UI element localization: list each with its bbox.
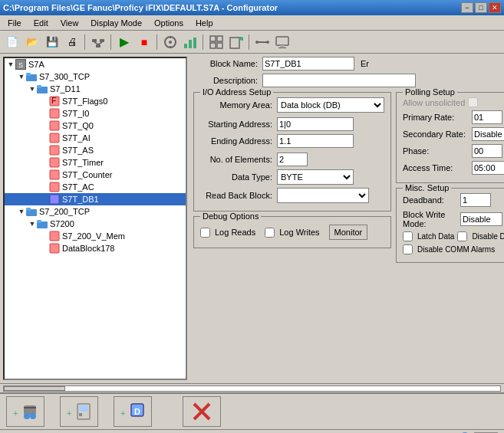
add-device-button[interactable]: + (60, 396, 98, 427)
tree-item-s7a[interactable]: ▼ S S7A (5, 58, 186, 71)
io-address-title: I/O Address Setup (200, 87, 273, 97)
add-block-button[interactable]: + D (114, 396, 152, 427)
tree-item-db1[interactable]: S7T_DB1 (5, 193, 186, 205)
connect-button[interactable] (253, 34, 272, 51)
starting-address-input[interactable] (277, 117, 354, 131)
tree-item-s7200[interactable]: ▼ S7200 (5, 218, 186, 230)
two-col-layout: I/O Address Setup Memory Area: Data bloc… (193, 92, 501, 267)
toolbar-sep-4 (203, 34, 204, 50)
log-writes-checkbox[interactable] (265, 228, 275, 238)
disable-comm-alarms-label[interactable]: Disable COMM Alarms (403, 244, 495, 254)
tree-item-q0[interactable]: S7T_Q0 (5, 120, 186, 132)
open-button[interactable]: 📂 (23, 34, 41, 51)
monitor-button[interactable]: Monitor (329, 225, 368, 240)
tree-label-ac: S7T_AC (62, 182, 94, 192)
tree-item-s7300tcp[interactable]: ▼ S7_300_TCP (5, 71, 186, 83)
expand-s7200tcp[interactable]: ▼ (17, 207, 26, 216)
log-writes-label[interactable]: Log Writes (265, 228, 319, 238)
stop-button[interactable]: ■ (135, 34, 153, 51)
data-type-select[interactable]: BYTE WORD DWORD INT (277, 169, 354, 185)
log-reads-label[interactable]: Log Reads (200, 228, 255, 238)
primary-rate-input[interactable] (472, 110, 502, 124)
tree-item-counter[interactable]: S7T_Counter (5, 169, 186, 181)
phase-input[interactable] (472, 144, 502, 158)
tree-item-as[interactable]: S7T_AS (5, 144, 186, 156)
block-write-mode-input[interactable] (460, 212, 502, 226)
tree-label-timer: S7T_Timer (62, 158, 104, 167)
expand-s7a[interactable]: ▼ (6, 60, 15, 69)
no-of-elements-input[interactable] (277, 153, 308, 166)
tree-item-datablock178[interactable]: DataBlock178 (5, 242, 186, 254)
disable-du-checkbox[interactable] (457, 231, 467, 241)
monitor-toolbar-button[interactable] (273, 34, 292, 51)
menu-file[interactable]: File (2, 17, 28, 29)
maximize-button[interactable]: □ (475, 2, 487, 13)
run-button[interactable]: ▶ (115, 34, 133, 51)
menu-view[interactable]: View (54, 17, 85, 29)
access-time-input[interactable] (472, 161, 504, 175)
secondary-rate-input[interactable] (472, 127, 504, 141)
ending-address-input[interactable] (277, 134, 354, 148)
print-button[interactable]: 🖨 (63, 34, 81, 51)
block-name-input[interactable] (262, 57, 354, 71)
close-button[interactable]: ✕ (489, 2, 501, 13)
network-button[interactable] (89, 34, 107, 51)
tree-item-ai[interactable]: S7T_AI (5, 132, 186, 144)
description-row: Description: (193, 74, 501, 87)
add-server-icon: + (12, 398, 39, 425)
secondary-rate-row: Secondary Rate: (403, 127, 504, 141)
expand-s7d11[interactable]: ▼ (28, 84, 37, 93)
export-button[interactable] (227, 34, 245, 51)
title-buttons: − □ ✕ (461, 2, 501, 13)
expand-s7200[interactable]: ▼ (28, 219, 37, 228)
block-icon-db1 (49, 194, 60, 205)
tree-item-s7d11[interactable]: ▼ S7_D11 (5, 83, 186, 95)
export-icon (229, 34, 244, 50)
no-of-elements-label: No. of Elements: (200, 155, 277, 164)
menu-display-mode[interactable]: Display Mode (84, 17, 148, 29)
tree-item-vmem[interactable]: S7_200_V_Mem (5, 230, 186, 242)
allow-unsolicited-checkbox[interactable] (468, 97, 478, 107)
read-back-block-select[interactable] (277, 188, 369, 203)
new-button[interactable]: 📄 (3, 34, 21, 51)
expand-s7300tcp[interactable]: ▼ (17, 72, 26, 81)
primary-rate-label: Primary Rate: (403, 113, 472, 122)
tree-label-s7300tcp: S7_300_TCP (39, 72, 90, 81)
memory-area-select[interactable]: Data block (DB) Input Output Flag (277, 97, 384, 113)
latch-data-label[interactable]: Latch Data (403, 231, 454, 241)
scrollbar-track[interactable] (3, 385, 501, 392)
menu-edit[interactable]: Edit (28, 17, 54, 29)
log-reads-checkbox[interactable] (200, 228, 210, 238)
svg-rect-34 (50, 133, 59, 143)
menu-options[interactable]: Options (148, 17, 189, 29)
tree-label-db1: S7T_DB1 (62, 195, 99, 204)
chart-button[interactable] (181, 34, 199, 51)
menu-bar: File Edit View Display Mode Options Help (0, 15, 504, 31)
grid-button[interactable] (207, 34, 226, 51)
description-label: Description: (193, 76, 262, 85)
tree-item-s7200tcp[interactable]: ▼ S7_200_TCP (5, 205, 186, 218)
tree-item-flags0[interactable]: ▶ F S7T_Flags0 (5, 95, 186, 107)
latch-data-checkbox[interactable] (403, 231, 413, 241)
tree-item-timer[interactable]: S7T_Timer (5, 156, 186, 169)
tree-item-i0[interactable]: S7T_I0 (5, 107, 186, 120)
delete-button[interactable] (183, 396, 221, 427)
config-button[interactable] (161, 34, 180, 51)
disable-comm-alarms-checkbox[interactable] (403, 244, 413, 254)
deadband-input[interactable] (460, 193, 491, 207)
disable-du-label[interactable]: Disable Du (457, 231, 504, 241)
scrollbar-area (0, 383, 504, 392)
svg-rect-43 (37, 220, 41, 223)
add-server-button[interactable]: + (6, 396, 44, 427)
allow-unsolicited-row: Allow unsolicited (403, 97, 504, 107)
minimize-button[interactable]: − (461, 2, 473, 13)
description-input[interactable] (262, 74, 416, 87)
scrollbar-thumb[interactable] (4, 386, 65, 391)
phase-row: Phase: (403, 144, 504, 158)
menu-help[interactable]: Help (189, 17, 219, 29)
tree-item-ac[interactable]: S7T_AC (5, 181, 186, 193)
save-button[interactable]: 💾 (43, 34, 61, 51)
tree-panel[interactable]: ▼ S S7A ▼ S7_300_TCP ▼ S7_D11 ▶ (3, 57, 187, 380)
ending-address-label: Ending Address: (200, 136, 277, 146)
svg-text:F: F (51, 96, 57, 105)
